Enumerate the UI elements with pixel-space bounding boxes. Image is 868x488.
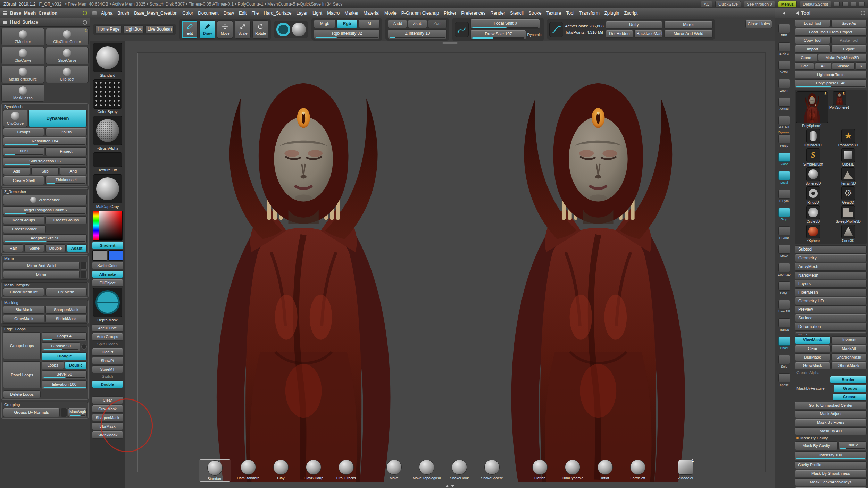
- tray-brush-button[interactable]: Orb_Cracks: [331, 460, 361, 480]
- subprojection-slider[interactable]: SubProjection 0.6: [3, 157, 87, 166]
- tool-section-header[interactable]: Layers: [795, 280, 867, 288]
- mask-by-cavity-header[interactable]: Mask By Cavity: [795, 436, 867, 440]
- tool-section-header[interactable]: NanoMesh: [795, 271, 867, 279]
- see-through-slider[interactable]: See-through 0: [744, 1, 775, 7]
- menu-item[interactable]: P-Gramm Cleanup: [399, 9, 441, 17]
- alternate-button[interactable]: Alternate: [92, 270, 123, 278]
- tool-thumbnail[interactable]: Terrain3D: [831, 167, 865, 185]
- cavity-intensity-slider[interactable]: Intensity 100: [795, 451, 867, 460]
- menu-item[interactable]: Stroke: [526, 9, 544, 17]
- goz-button[interactable]: GoZ: [795, 62, 814, 70]
- viewmask-button[interactable]: ViewMask: [795, 336, 831, 344]
- resolution-slider[interactable]: Resolution 184: [3, 137, 87, 146]
- dynamic-label[interactable]: Dynamic: [527, 33, 541, 37]
- menu-item[interactable]: Marker: [342, 9, 361, 17]
- freezegroups-button[interactable]: FreezeGroups: [45, 216, 87, 224]
- canvas-scroll-nub[interactable]: [442, 42, 458, 44]
- axis-toggle[interactable]: [81, 271, 87, 279]
- scale-mode-button[interactable]: Scale: [235, 20, 251, 39]
- menu-item[interactable]: Zscript: [621, 9, 640, 17]
- brush-preview-icon[interactable]: [276, 23, 290, 36]
- check-mesh-button[interactable]: Check Mesh Int: [3, 288, 44, 296]
- loops-button[interactable]: Loops: [42, 361, 64, 369]
- stroke-curve-icon[interactable]: [455, 22, 469, 37]
- double-button[interactable]: Double: [45, 244, 66, 252]
- zremesher-button[interactable]: ZRemesher: [3, 195, 87, 205]
- menu-item[interactable]: Alpha: [99, 9, 115, 17]
- menu-item[interactable]: Transform: [577, 9, 602, 17]
- tool-thumbnail[interactable]: 5 PolySphere1: [829, 91, 849, 128]
- mask-by-fibers-button[interactable]: Mask By Fibers: [795, 419, 867, 427]
- bevel-slider[interactable]: Bevel 50: [42, 370, 87, 379]
- hue-strip-icon[interactable]: [93, 211, 99, 240]
- adapt-button[interactable]: Adapt: [67, 244, 87, 252]
- viewport-toggle[interactable]: SPix 3: [778, 39, 790, 56]
- menu-item[interactable]: Document: [195, 9, 221, 17]
- mirror-button[interactable]: Mirror: [3, 271, 80, 279]
- menu-item[interactable]: Render: [488, 9, 508, 17]
- tray-brush-button[interactable]: DamStandard: [233, 460, 264, 480]
- growmask-button[interactable]: GrowMask: [795, 362, 831, 370]
- and-button[interactable]: And: [60, 167, 87, 175]
- create-shell-button[interactable]: Create Shell: [3, 176, 44, 185]
- tray-brush-button[interactable]: ClayBuildup: [298, 460, 329, 480]
- saturation-square-icon[interactable]: [99, 211, 122, 240]
- backface-mask-button[interactable]: BackfaceMask: [634, 30, 662, 38]
- showpt-button[interactable]: ShowPt: [92, 357, 123, 364]
- target-polygons-slider[interactable]: Target Polygons Count 5: [3, 206, 87, 215]
- tool-section-header[interactable]: Preview: [795, 305, 867, 313]
- tool-thumbnail[interactable]: SweepProfile3D: [831, 205, 865, 224]
- hidept-button[interactable]: HidePt: [92, 348, 123, 356]
- depth-mask-thumbnail[interactable]: [93, 288, 122, 317]
- delete-loops-button[interactable]: Delete Loops: [3, 390, 41, 398]
- menu-item[interactable]: Tool: [564, 9, 577, 17]
- viewport-toggle[interactable]: PolyF: [778, 278, 790, 295]
- tray-brush-button[interactable]: Clay: [266, 460, 296, 480]
- viewport-toggle[interactable]: BPR: [778, 20, 790, 37]
- mirror-button[interactable]: Mirror: [664, 21, 713, 29]
- fillobject-button[interactable]: FillObject: [92, 279, 123, 287]
- goz-r-button[interactable]: R: [856, 62, 867, 70]
- viewport-toggle[interactable]: AAHalf: [778, 112, 790, 129]
- clear-mask-button[interactable]: Clear: [795, 345, 831, 353]
- tray-brush-button[interactable]: Move Topological: [411, 460, 442, 480]
- tool-thumbnail[interactable]: Sphere3D: [796, 167, 830, 185]
- lightbox-button[interactable]: LightBox: [123, 25, 144, 33]
- viewport-toggle[interactable]: Floor: [778, 149, 790, 166]
- sharpenmask-button[interactable]: SharpenMask: [831, 353, 867, 361]
- m-button[interactable]: M: [359, 20, 380, 28]
- viewport-toggle[interactable]: Ghost: [778, 333, 790, 350]
- stroke-thumbnail[interactable]: [93, 79, 122, 109]
- edit-mode-button[interactable]: Edit: [182, 20, 198, 39]
- grid-icon[interactable]: [834, 2, 840, 6]
- palette-brush-button[interactable]: 1 ClipCircleCenter: [46, 28, 89, 45]
- menu-item[interactable]: Light: [310, 9, 325, 17]
- tool-thumbnail[interactable]: Cone3D: [831, 225, 865, 243]
- tool-thumbnail[interactable]: SimpleBrush: [796, 148, 830, 166]
- tool-section-masking[interactable]: Masking: [795, 332, 867, 335]
- menus-button[interactable]: Menus: [778, 1, 797, 7]
- auto-groups-button[interactable]: Auto Groups: [92, 333, 123, 340]
- viewport-toggle[interactable]: Move: [778, 241, 790, 258]
- menu-item[interactable]: Texture: [544, 9, 564, 17]
- gpolish-slider[interactable]: GPolish 50: [42, 342, 80, 351]
- menu-item[interactable]: Base_Mesh_Creation: [132, 9, 180, 17]
- mask-by-cavity-button[interactable]: Mask By Cavity: [795, 441, 838, 451]
- mask-peaks-and-valleys-button[interactable]: Mask PeaksAndValleys: [795, 478, 867, 486]
- cavity-profile-curve[interactable]: Cavity Profile: [795, 461, 867, 469]
- tool-thumbnail[interactable]: Gear3D: [831, 186, 865, 204]
- menu-item[interactable]: Material: [361, 9, 382, 17]
- tool-thumbnail[interactable]: ZSphere: [796, 225, 830, 243]
- tray-brush-button[interactable]: SnakeSphere: [477, 460, 507, 480]
- mask-adjust-button[interactable]: Mask Adjust: [795, 410, 867, 418]
- active-brush-thumbnail[interactable]: [93, 43, 122, 72]
- tool-thumbnail[interactable]: Cylinder3D: [796, 129, 830, 147]
- quicksave-button[interactable]: QuickSave: [715, 1, 741, 7]
- goto-unmasked-center-button[interactable]: Go To Unmasked Center: [795, 402, 867, 409]
- grouping-toggle[interactable]: [61, 408, 67, 417]
- cycle-icon[interactable]: [83, 11, 87, 15]
- zsub-button[interactable]: Zsub: [408, 20, 427, 28]
- tray-brush-button[interactable]: 1 ZModeler: [670, 460, 701, 480]
- menu-item[interactable]: Zplugin: [602, 9, 622, 17]
- menu-item[interactable]: Preferences: [459, 9, 488, 17]
